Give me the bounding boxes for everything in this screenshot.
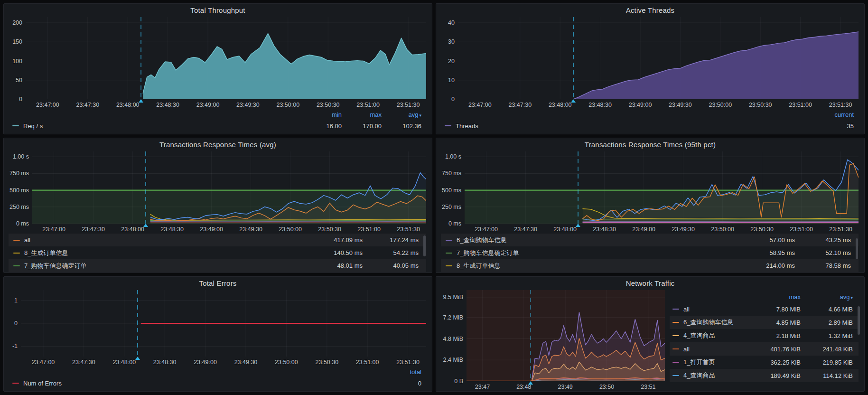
legend-header-max[interactable]: max <box>342 111 382 118</box>
panel-title-bar[interactable]: Network Traffic <box>436 277 864 289</box>
legend-series-label[interactable]: Req / s <box>23 122 43 130</box>
series-color-dash-icon <box>672 375 679 376</box>
legend-series-label[interactable]: 8_生成订单信息 <box>24 249 68 257</box>
legend-row: 6_查询购物车信息4.85 MiB2.89 MiB <box>670 316 859 329</box>
legend-series: all <box>671 306 748 313</box>
legend-series-label[interactable]: 4_查询商品 <box>683 331 715 340</box>
legend-header-max[interactable]: max <box>748 293 801 301</box>
legend-series: all <box>11 236 307 244</box>
legend-series-label[interactable]: 8_生成订单信息 <box>457 262 500 270</box>
legend-scrollbar[interactable] <box>423 235 426 256</box>
legend-series-label[interactable]: all <box>24 236 30 244</box>
legend-series-label[interactable]: all <box>683 346 690 353</box>
legend-header-label[interactable]: avg <box>409 111 419 118</box>
legend-series-label[interactable]: 7_购物车信息确定订单 <box>24 262 86 270</box>
legend-header-min[interactable]: min <box>302 111 342 118</box>
legend-header-label[interactable]: avg <box>840 293 850 301</box>
plot-area[interactable] <box>458 17 859 99</box>
legend-header-total[interactable]: total <box>382 368 421 376</box>
panel-title[interactable]: Network Traffic <box>626 279 675 287</box>
legend-scrollbar[interactable] <box>856 238 858 259</box>
legend-value: 219.85 KiB <box>801 359 853 366</box>
legend-series-label[interactable]: 7_购物车信息确定订单 <box>457 249 519 257</box>
series-color-dash-icon <box>446 265 452 266</box>
legend-row: all7.80 MiB4.66 MiB <box>670 302 859 316</box>
legend-value: 417.09 ms <box>307 236 363 244</box>
plot-area[interactable] <box>465 151 859 224</box>
legend-row: 8_生成订单信息140.50 ms54.22 ms <box>9 246 426 259</box>
legend-header-avg[interactable]: avg▾ <box>382 111 421 118</box>
legend-value: 2.18 MiB <box>748 332 801 339</box>
legend-series-label[interactable]: all <box>683 306 690 313</box>
legend-value: 102.36 <box>382 122 421 130</box>
y-axis-label: 1 <box>14 297 18 304</box>
x-axis-label: 23:49:00 <box>196 102 220 108</box>
annotation-marker-icon[interactable] <box>571 99 576 103</box>
annotation-marker-icon[interactable] <box>576 224 580 227</box>
plot-area[interactable] <box>32 151 426 224</box>
annotation-marker-icon[interactable] <box>139 99 143 103</box>
plot-area[interactable] <box>21 290 426 357</box>
series-color-dash-icon <box>13 265 20 266</box>
legend: totalNum of Errors0 <box>7 367 426 391</box>
panel-title[interactable]: Total Throughput <box>190 6 245 14</box>
x-axis-label: 23:47:00 <box>32 359 55 366</box>
legend-header-label[interactable]: current <box>835 111 854 118</box>
legend-value: 52.10 ms <box>795 249 851 256</box>
panel-title[interactable]: Active Threads <box>626 6 675 14</box>
legend: minmaxavg▾Req / s16.00170.00102.36 <box>7 109 426 134</box>
series-color-dash-icon <box>672 309 679 310</box>
legend-header-current[interactable]: current <box>814 111 854 118</box>
x-axis-label: 23:51:30 <box>397 226 420 233</box>
legend-header-label[interactable]: min <box>332 111 342 118</box>
panel-title-bar[interactable]: Transactions Response Times (95th pct) <box>436 138 864 150</box>
legend-header-label[interactable]: total <box>410 368 421 376</box>
panel-title-bar[interactable]: Total Throughput <box>4 4 432 16</box>
legend-row: 7_购物车信息确定订单58.95 ms52.10 ms <box>441 246 859 259</box>
y-axis-label: 200 <box>12 19 22 26</box>
panel-title[interactable]: Total Errors <box>199 279 236 287</box>
y-axis-label: 7.2 MiB <box>443 314 463 321</box>
plot-area[interactable] <box>26 17 426 99</box>
legend-series: 7_购物车信息确定订单 <box>444 249 739 257</box>
legend-series-label[interactable]: Threads <box>456 122 478 130</box>
legend-header-row: minmaxavg▾ <box>10 109 421 120</box>
series-color-dash-icon <box>446 240 452 241</box>
x-axis-label: 23:50:30 <box>318 226 341 233</box>
legend-series-label[interactable]: 6_查询购物车信息 <box>683 318 733 327</box>
legend-series-label[interactable]: Num of Errors <box>23 380 62 387</box>
legend-header-label[interactable]: max <box>789 293 801 301</box>
x-axis-label: 23:51:30 <box>829 102 852 108</box>
panel-title-bar[interactable]: Active Threads <box>436 4 864 16</box>
x-axis-label: 23:50 <box>599 384 614 390</box>
legend-header-row: current <box>443 109 854 120</box>
legend-series: 8_生成订单信息 <box>444 262 739 270</box>
x-axis-label: 23:48:30 <box>156 102 179 108</box>
legend-series-label[interactable]: 6_查询购物车信息 <box>457 236 506 245</box>
legend-header-label[interactable]: max <box>370 111 382 118</box>
legend-series: 6_查询购物车信息 <box>671 318 748 327</box>
panel-title-bar[interactable]: Total Errors <box>4 277 432 289</box>
panel-response-times-avg: Transactions Response Times (avg) 1.00 s… <box>3 138 432 273</box>
x-axis-label: 23:50:30 <box>317 102 340 108</box>
annotation-marker-icon[interactable] <box>528 381 533 385</box>
panel-title[interactable]: Transactions Response Times (avg) <box>159 141 276 149</box>
x-axis-label: 23:47:00 <box>468 102 492 108</box>
panel-title-bar[interactable]: Transactions Response Times (avg) <box>4 138 432 150</box>
annotation-marker-icon[interactable] <box>143 224 148 227</box>
legend-header-avg[interactable]: avg▾ <box>801 293 853 301</box>
x-axis-label: 23:50:00 <box>279 226 302 233</box>
legend-series-label[interactable]: 1_打开首页 <box>683 358 715 367</box>
plot-area[interactable] <box>467 290 665 381</box>
y-axis-label: 500 ms <box>9 187 29 194</box>
panel-title[interactable]: Transactions Response Times (95th pct) <box>585 141 716 149</box>
sort-caret-icon: ▾ <box>419 113 421 118</box>
legend: currentThreads35 <box>439 109 859 134</box>
annotation-marker-icon[interactable] <box>135 357 140 360</box>
legend-series-label[interactable]: 4_查询商品 <box>683 371 715 380</box>
legend-scrollbar[interactable] <box>858 306 860 335</box>
y-axis: 1.00 s750 ms500 ms250 ms0 ms <box>439 151 465 224</box>
legend-row: 7_购物车信息确定订单48.01 ms40.05 ms <box>9 259 426 272</box>
legend-value: 2.89 MiB <box>801 319 853 326</box>
y-axis-label: 0 ms <box>448 220 461 227</box>
